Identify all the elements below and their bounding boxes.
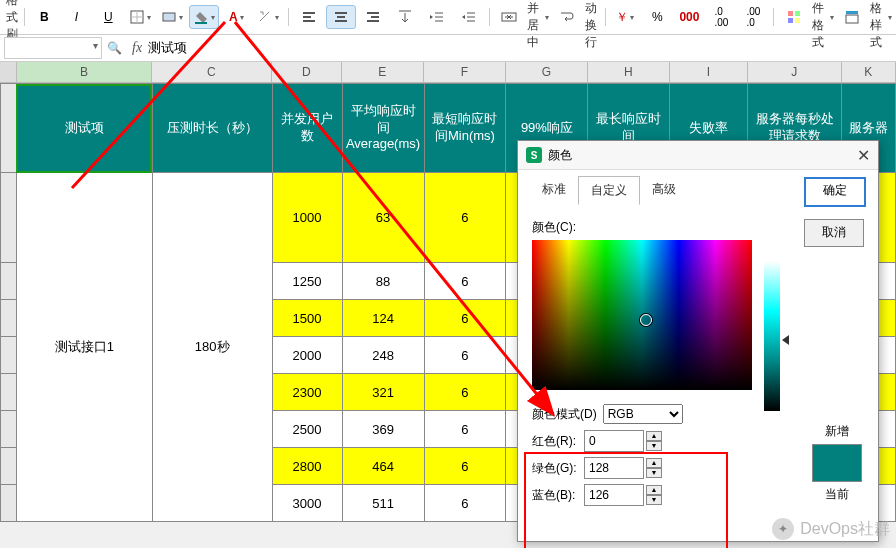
fx-icon[interactable]: fx [132,40,142,56]
close-icon[interactable]: ✕ [857,146,870,165]
borders-button[interactable]: ▾ [125,5,155,29]
header-D[interactable]: 并发用户数 [272,84,342,173]
zoom-icon[interactable]: 🔍 [102,41,126,55]
wrap-label[interactable]: 自动换行 [585,0,599,51]
color-c-label: 颜色(C): [532,219,864,236]
col-header-I[interactable]: I [670,62,748,82]
header-E[interactable]: 平均响应时间Average(ms) [342,84,424,173]
clear-format-button[interactable]: ▾ [253,5,283,29]
cell-E[interactable]: 369 [342,411,424,448]
color-mode-select[interactable]: RGB [603,404,683,424]
b-spinner[interactable]: ▲▼ [646,485,662,505]
cell-D[interactable]: 3000 [272,485,342,522]
cell-D[interactable]: 1500 [272,300,342,337]
comma-button[interactable]: 000 [674,5,704,29]
cell-E[interactable]: 88 [342,263,424,300]
col-header-F[interactable]: F [424,62,506,82]
merge-label[interactable]: 合并居中 [527,0,541,51]
header-C[interactable]: 压测时长（秒） [152,84,272,173]
b-input[interactable] [584,484,644,506]
tab-standard[interactable]: 标准 [530,176,578,205]
column-headers: B C D E F G H I J K [0,62,896,83]
inc-decimal-button[interactable]: .0.00 [706,5,736,29]
font-color-button[interactable]: A▾ [221,5,251,29]
cell-E[interactable]: 63 [342,173,424,263]
indent-inc-button[interactable] [422,5,452,29]
sat-val-picker[interactable] [532,240,752,390]
ok-button[interactable]: 确定 [804,177,866,207]
r-input[interactable] [584,430,644,452]
header-F[interactable]: 最短响应时间Min(ms) [424,84,506,173]
cell-F[interactable]: 6 [424,374,506,411]
dec-decimal-button[interactable]: .00.0 [738,5,768,29]
cond-format-label[interactable]: 条件格式 [812,0,826,51]
col-header-J[interactable]: J [748,62,842,82]
header-B[interactable]: 测试项 [16,84,152,173]
col-header-E[interactable]: E [342,62,424,82]
cell-D[interactable]: 1000 [272,173,342,263]
table-style-label[interactable]: 表格样式 [870,0,884,51]
cell-F[interactable]: 6 [424,485,506,522]
cell-style-button[interactable]: ▾ [157,5,187,29]
wrap-button[interactable] [552,5,582,29]
col-header-K[interactable]: K [842,62,896,82]
cell-F[interactable]: 6 [424,337,506,374]
cell-B[interactable]: 测试接口1 [16,173,152,522]
r-spinner[interactable]: ▲▼ [646,431,662,451]
col-header-H[interactable]: H [588,62,670,82]
g-spinner[interactable]: ▲▼ [646,458,662,478]
align-right-button[interactable] [358,5,388,29]
col-header-D[interactable]: D [272,62,342,82]
tab-advanced[interactable]: 高级 [640,176,688,205]
cell-D[interactable]: 2500 [272,411,342,448]
svg-rect-4 [195,22,207,24]
select-all-corner[interactable] [0,62,17,82]
cell-F[interactable]: 6 [424,448,506,485]
r-label: 红色(R): [532,433,584,450]
cell-D[interactable]: 1250 [272,263,342,300]
valign-button[interactable] [390,5,420,29]
cond-format-button[interactable] [779,5,809,29]
cell-C[interactable]: 180秒 [152,173,272,522]
cell-E[interactable]: 248 [342,337,424,374]
cell-D[interactable]: 2300 [272,374,342,411]
col-header-C[interactable]: C [152,62,272,82]
watermark-text: DevOps社群 [800,519,890,540]
fill-color-button[interactable]: ▾ [189,5,219,29]
cell-E[interactable]: 464 [342,448,424,485]
cell-D[interactable]: 2800 [272,448,342,485]
cell-E[interactable]: 321 [342,374,424,411]
cell-F[interactable]: 6 [424,411,506,448]
svg-rect-25 [795,18,800,23]
col-header-B[interactable]: B [17,62,152,82]
percent-button[interactable]: % [642,5,672,29]
align-left-button[interactable] [294,5,324,29]
tab-custom[interactable]: 自定义 [578,176,640,205]
italic-button[interactable]: I [61,5,91,29]
currency-button[interactable]: ￥▾ [610,5,640,29]
new-label: 新增 [812,423,862,440]
g-input[interactable] [584,457,644,479]
dialog-titlebar[interactable]: S 颜色 ✕ [518,141,878,170]
formula-bar: 🔍 fx 测试项 [0,35,896,62]
cell-F[interactable]: 6 [424,173,506,263]
color-mode-label: 颜色模式(D) [532,406,597,423]
dialog-title: 颜色 [548,147,572,164]
hue-slider[interactable] [764,261,780,411]
merge-button[interactable] [494,5,524,29]
align-center-button[interactable] [326,5,356,29]
name-box[interactable] [4,37,102,59]
formula-value[interactable]: 测试项 [148,39,187,57]
svg-rect-23 [795,11,800,16]
table-style-button[interactable] [837,5,867,29]
indent-dec-button[interactable] [454,5,484,29]
cell-E[interactable]: 511 [342,485,424,522]
cell-F[interactable]: 6 [424,300,506,337]
cell-F[interactable]: 6 [424,263,506,300]
svg-rect-27 [846,15,858,23]
cell-D[interactable]: 2000 [272,337,342,374]
underline-button[interactable]: U [93,5,123,29]
col-header-G[interactable]: G [506,62,588,82]
cell-E[interactable]: 124 [342,300,424,337]
bold-button[interactable]: B [29,5,59,29]
